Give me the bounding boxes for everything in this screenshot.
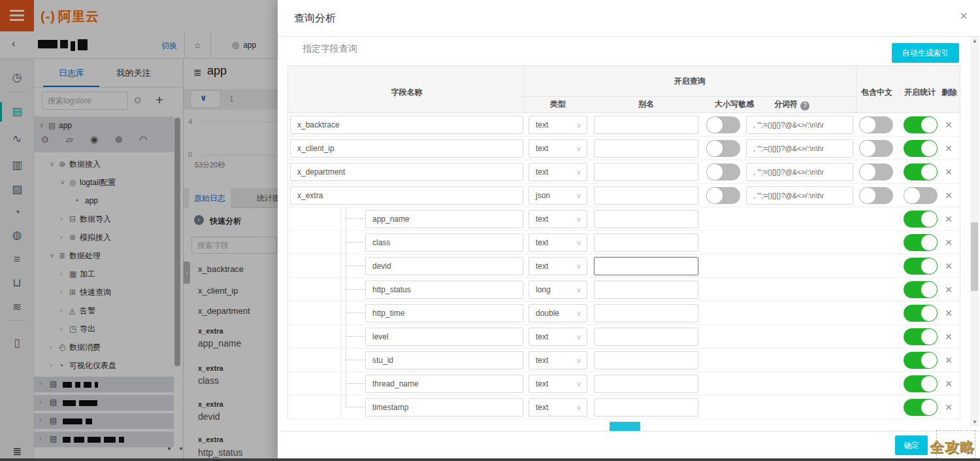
field-type-select[interactable]: text∨ xyxy=(529,233,587,252)
field-name-input[interactable]: class xyxy=(365,233,523,252)
field-alias-input[interactable] xyxy=(594,139,698,158)
enable-stats-toggle[interactable] xyxy=(904,187,938,204)
delimiter-input[interactable]: , '";=()[]{}?@&<>/:\n\t\r xyxy=(746,139,853,158)
field-alias-input[interactable] xyxy=(594,281,698,299)
contains-chinese-toggle[interactable] xyxy=(859,116,893,133)
tree-connector xyxy=(346,325,346,349)
delete-field-button[interactable]: × xyxy=(941,260,956,274)
field-alias-input[interactable] xyxy=(594,375,698,393)
field-type-select[interactable]: text∨ xyxy=(529,351,587,369)
field-type-select[interactable]: json∨ xyxy=(529,186,587,205)
delete-field-button[interactable]: × xyxy=(941,213,956,227)
enable-stats-toggle[interactable] xyxy=(904,211,938,228)
field-name-input[interactable]: app_name xyxy=(365,210,523,228)
confirm-button[interactable]: 确定 xyxy=(895,435,928,455)
case-sensitive-toggle[interactable] xyxy=(706,140,740,157)
enable-stats-toggle[interactable] xyxy=(904,399,938,416)
field-name-input[interactable]: http_status xyxy=(365,281,523,299)
field-name-input[interactable]: x_extra xyxy=(290,186,523,205)
field-type-select[interactable]: double∨ xyxy=(529,304,587,322)
contains-chinese-toggle[interactable] xyxy=(859,163,893,180)
field-name-input[interactable]: x_client_ip xyxy=(290,139,523,158)
field-alias-input[interactable] xyxy=(594,233,698,252)
field-type-value: text xyxy=(536,214,548,224)
enable-stats-toggle[interactable] xyxy=(904,163,938,180)
section-label: 指定字段查询 xyxy=(302,43,357,55)
delete-field-button[interactable]: × xyxy=(941,165,956,180)
enable-stats-toggle[interactable] xyxy=(904,328,938,345)
contains-chinese-toggle[interactable] xyxy=(859,187,893,204)
delete-field-button[interactable]: × xyxy=(941,354,956,368)
delete-field-button[interactable]: × xyxy=(941,377,956,392)
enable-stats-toggle[interactable] xyxy=(904,258,938,275)
delimiter-input[interactable]: , '";=()[]{}?@&<>/:\n\t\r xyxy=(746,163,853,181)
enable-stats-toggle[interactable] xyxy=(904,305,938,322)
field-type-select[interactable]: text∨ xyxy=(529,257,587,275)
chevron-down-icon: ∨ xyxy=(576,234,581,251)
toggle-knob xyxy=(921,258,937,274)
toggle-knob xyxy=(707,188,723,203)
field-alias-input[interactable] xyxy=(594,116,698,134)
contains-chinese-toggle[interactable] xyxy=(859,140,893,157)
delete-field-button[interactable]: × xyxy=(941,307,956,321)
field-type-select[interactable]: long∨ xyxy=(529,281,587,299)
field-type-value: text xyxy=(536,379,548,388)
enable-stats-toggle[interactable] xyxy=(904,352,938,369)
field-name-input[interactable]: x_department xyxy=(290,163,523,181)
drawer-scrollbar-thumb[interactable] xyxy=(971,222,978,291)
toggle-knob xyxy=(921,400,937,415)
delete-field-button[interactable]: × xyxy=(941,118,956,133)
help-icon[interactable]: ? xyxy=(800,101,809,111)
field-alias-input[interactable] xyxy=(594,210,698,228)
field-name-input[interactable]: http_time xyxy=(365,304,523,322)
field-name-input[interactable]: thread_name xyxy=(365,375,523,393)
field-name-input[interactable]: level xyxy=(365,328,523,346)
field-type-select[interactable]: text∨ xyxy=(529,375,587,393)
field-name-input[interactable]: timestamp xyxy=(365,398,523,417)
delimiter-input[interactable]: , '";=()[]{}?@&<>/:\n\t\r xyxy=(746,186,853,205)
enable-stats-toggle[interactable] xyxy=(904,281,938,298)
tree-connector xyxy=(346,407,365,407)
tree-connector xyxy=(346,360,365,360)
field-type-value: double xyxy=(536,309,559,318)
enable-stats-toggle[interactable] xyxy=(904,116,938,133)
field-type-select[interactable]: text∨ xyxy=(529,139,587,158)
add-field-button-clipped[interactable] xyxy=(610,422,640,431)
field-type-select[interactable]: text∨ xyxy=(529,163,587,181)
case-sensitive-toggle[interactable] xyxy=(706,163,740,180)
enable-stats-toggle[interactable] xyxy=(904,234,938,251)
field-type-select[interactable]: text∨ xyxy=(529,210,587,228)
delete-field-button[interactable]: × xyxy=(941,236,956,250)
scroll-up-icon[interactable]: ▲ xyxy=(972,38,977,44)
delete-field-button[interactable]: × xyxy=(941,283,956,298)
field-name-input[interactable]: devid xyxy=(365,257,523,275)
delimiter-input[interactable]: , '";=()[]{}?@&<>/:\n\t\r xyxy=(746,116,853,134)
field-type-select[interactable]: text∨ xyxy=(529,398,587,417)
delete-field-button[interactable]: × xyxy=(941,330,956,345)
field-alias-input[interactable] xyxy=(594,163,698,181)
field-alias-input[interactable] xyxy=(594,304,698,322)
field-type-select[interactable]: text∨ xyxy=(529,116,587,134)
field-type-select[interactable]: text∨ xyxy=(529,328,587,346)
field-type-value: json xyxy=(536,191,550,200)
field-name-input[interactable]: x_backtrace xyxy=(290,116,523,134)
toggle-knob xyxy=(860,188,875,203)
delete-field-button[interactable]: × xyxy=(941,189,956,203)
field-alias-input[interactable] xyxy=(594,328,698,346)
scroll-down-icon[interactable]: ▼ xyxy=(972,419,977,425)
field-alias-input[interactable] xyxy=(594,186,698,205)
delete-field-button[interactable]: × xyxy=(941,142,956,156)
field-alias-input[interactable] xyxy=(594,257,698,275)
close-icon[interactable]: × xyxy=(956,8,972,24)
auto-generate-index-button[interactable]: 自动生成索引 xyxy=(892,43,959,63)
field-alias-input[interactable] xyxy=(594,351,698,369)
field-alias-input[interactable] xyxy=(594,398,698,417)
enable-stats-toggle[interactable] xyxy=(904,140,938,157)
field-name-input[interactable]: stu_id xyxy=(365,351,523,369)
delete-field-button[interactable]: × xyxy=(941,401,956,415)
modal-backdrop[interactable] xyxy=(0,0,278,461)
case-sensitive-toggle[interactable] xyxy=(706,187,740,204)
field-row-x_department: x_departmenttext∨, '";=()[]{}?@&<>/:\n\t… xyxy=(288,160,960,184)
case-sensitive-toggle[interactable] xyxy=(706,116,740,133)
enable-stats-toggle[interactable] xyxy=(904,375,938,392)
